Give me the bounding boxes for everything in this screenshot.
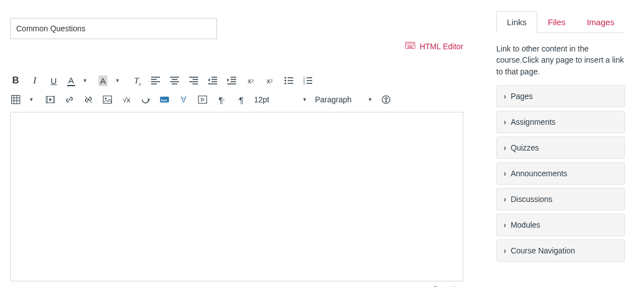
insert-media-button[interactable] — [45, 94, 56, 105]
toolbar-row-1: B I U A ▼ A ▼ Tx x2 x2 123 — [10, 74, 463, 87]
tab-files[interactable]: Files — [537, 11, 576, 33]
clear-formatting-button[interactable]: Tx — [131, 75, 142, 86]
align-left-button[interactable] — [150, 75, 161, 86]
rich-text-toolbar: B I U A ▼ A ▼ Tx x2 x2 123 ▼ √x — [10, 74, 463, 106]
svg-point-12 — [285, 77, 286, 79]
bold-button[interactable]: B — [10, 75, 21, 86]
text-color-dropdown[interactable]: ▼ — [79, 75, 91, 86]
svg-rect-1 — [406, 43, 407, 44]
accordion-label: Course Navigation — [511, 246, 575, 255]
accordion-label: Announcements — [511, 169, 567, 178]
accordion-label: Quizzes — [511, 143, 539, 152]
chevron-right-icon: › — [504, 169, 506, 178]
html-editor-label: HTML Editor — [420, 42, 463, 51]
svg-rect-24 — [199, 96, 207, 103]
svg-rect-2 — [408, 43, 409, 44]
chevron-right-icon: › — [504, 143, 506, 152]
highlight-color-button[interactable]: A — [98, 75, 107, 86]
content-editor[interactable] — [10, 112, 463, 281]
svg-rect-8 — [410, 45, 411, 46]
svg-rect-7 — [408, 45, 409, 46]
toolbar-row-2: ▼ √x box ∀ ¶› ‹¶ 12pt ▼ Paragraph ▼ — [10, 93, 463, 106]
sidebar-tabs: Links Files Images — [496, 11, 625, 33]
superscript-button[interactable]: x2 — [245, 75, 256, 86]
content-sidebar: Links Files Images Link to other content… — [496, 11, 625, 262]
accordion-label: Assignments — [511, 117, 556, 126]
chevron-right-icon: › — [504, 117, 506, 126]
text-color-button[interactable]: A — [67, 75, 75, 86]
svg-rect-5 — [413, 43, 414, 44]
chevron-right-icon: › — [504, 195, 506, 204]
link-button[interactable] — [64, 94, 75, 105]
accordion-quizzes[interactable]: ›Quizzes — [496, 137, 625, 159]
svg-text:3: 3 — [303, 82, 305, 85]
accordion-label: Modules — [511, 220, 540, 229]
svg-rect-6 — [406, 45, 407, 46]
accordion-assignments[interactable]: ›Assignments — [496, 111, 625, 133]
svg-text:box: box — [161, 98, 168, 102]
editor-panel: HTML Editor B I U A ▼ A ▼ Tx x2 x2 123 ▼ — [10, 18, 463, 287]
keyboard-icon — [405, 41, 415, 51]
svg-point-21 — [105, 98, 107, 100]
paragraph-format-value: Paragraph — [315, 95, 375, 104]
underline-button[interactable]: U — [48, 75, 59, 86]
indent-button[interactable] — [226, 75, 237, 86]
svg-point-26 — [386, 97, 387, 98]
accordion-label: Pages — [511, 92, 533, 101]
box-button[interactable]: box — [159, 94, 170, 105]
accordion-pages[interactable]: ›Pages — [496, 85, 625, 107]
bullet-list-button[interactable] — [283, 75, 294, 86]
ltr-button[interactable]: ¶› — [216, 94, 227, 105]
svg-rect-11 — [407, 46, 412, 48]
svg-rect-9 — [411, 45, 412, 46]
align-center-button[interactable] — [169, 75, 180, 86]
accordion-course-navigation[interactable]: ›Course Navigation — [496, 239, 625, 262]
subscript-button[interactable]: x2 — [264, 75, 275, 86]
tab-description: Link to other content in the course.Clic… — [496, 43, 625, 77]
chevron-right-icon: › — [504, 220, 506, 229]
chevron-right-icon: › — [504, 92, 506, 101]
svg-rect-3 — [410, 43, 411, 44]
video-button[interactable] — [197, 94, 208, 105]
links-accordion: ›Pages ›Assignments ›Quizzes ›Announceme… — [496, 85, 625, 262]
word-count: 0 words — [10, 285, 463, 287]
svg-rect-4 — [411, 43, 412, 44]
page-title-input[interactable] — [10, 18, 217, 39]
numbered-list-button[interactable]: 123 — [302, 75, 313, 86]
svg-rect-10 — [413, 45, 414, 46]
unlink-button[interactable] — [83, 94, 94, 105]
tab-links[interactable]: Links — [496, 11, 537, 33]
font-size-select[interactable]: 12pt ▼ — [254, 95, 307, 104]
accordion-discussions[interactable]: ›Discussions — [496, 188, 625, 210]
down-arrow-button[interactable]: ∀ — [178, 94, 189, 105]
table-dropdown[interactable]: ▼ — [26, 94, 37, 105]
tab-images[interactable]: Images — [576, 11, 625, 33]
align-right-button[interactable] — [188, 75, 199, 86]
embed-button[interactable] — [140, 94, 151, 105]
outdent-button[interactable] — [207, 75, 218, 86]
highlight-color-dropdown[interactable]: ▼ — [112, 75, 123, 86]
rtl-button[interactable]: ‹¶ — [235, 94, 246, 105]
font-size-value: 12pt — [254, 95, 310, 104]
italic-button[interactable]: I — [29, 75, 40, 86]
accordion-announcements[interactable]: ›Announcements — [496, 162, 625, 185]
accessibility-button[interactable] — [380, 94, 392, 105]
svg-point-13 — [285, 80, 286, 82]
paragraph-format-select[interactable]: Paragraph ▼ — [315, 95, 373, 104]
table-button[interactable] — [10, 94, 21, 105]
equation-button[interactable]: √x — [121, 94, 132, 105]
chevron-down-icon: ▼ — [368, 97, 373, 102]
accordion-label: Discussions — [511, 195, 553, 204]
image-button[interactable] — [102, 94, 113, 105]
svg-rect-18 — [12, 96, 20, 104]
svg-point-14 — [285, 83, 286, 84]
chevron-right-icon: › — [504, 246, 506, 255]
accordion-modules[interactable]: ›Modules — [496, 214, 625, 236]
html-editor-link[interactable]: HTML Editor — [405, 41, 463, 51]
